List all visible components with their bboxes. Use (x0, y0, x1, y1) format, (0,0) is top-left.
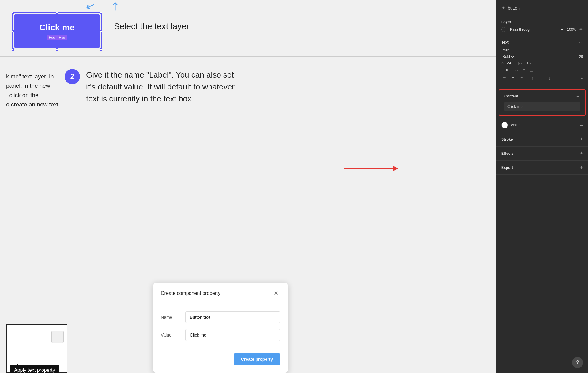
align-bottom-icon[interactable]: ↓ (547, 75, 553, 81)
align-left-icon[interactable]: ≡ (501, 75, 507, 81)
fill-color-swatch[interactable] (501, 122, 508, 128)
help-button[interactable]: ? (572, 357, 583, 368)
tooltip-box: → Apply text property (6, 324, 67, 373)
align-middle-icon[interactable]: ↕ (538, 75, 544, 81)
add-effect-button[interactable]: + (580, 150, 583, 157)
layer-section: Layer → Pass through 100% 👁 (496, 16, 588, 36)
name-field-label: Name (161, 315, 179, 320)
layer-section-icon: → (579, 20, 583, 25)
letter-spacing-value: 0% (526, 61, 531, 65)
value-field-label: Value (161, 333, 179, 337)
add-stroke-button[interactable]: + (580, 136, 583, 143)
align-center-icon[interactable]: ≡ (521, 67, 527, 73)
apply-property-button[interactable]: → (51, 331, 64, 343)
font-name: Inter (501, 48, 583, 52)
letter-spacing-icon: |A| (518, 61, 522, 65)
content-section: Content → (499, 89, 586, 116)
remove-fill-button[interactable]: – (580, 122, 583, 128)
export-section[interactable]: Export + (496, 161, 588, 175)
effects-title: Effects (501, 151, 514, 156)
font-weight-select[interactable]: Bold (501, 54, 515, 59)
modal-close-button[interactable]: ✕ (272, 289, 280, 298)
align-center-h-icon[interactable]: ≡ (510, 75, 516, 81)
content-link-icon[interactable]: → (576, 94, 580, 99)
step-number: 2 (65, 69, 80, 84)
stroke-title: Stroke (501, 137, 513, 142)
create-property-button[interactable]: Create property (234, 353, 280, 365)
create-component-property-modal: Create component property ✕ Name Value (153, 283, 288, 373)
value-input[interactable] (185, 329, 280, 341)
text-section-menu-icon[interactable]: ··· (577, 40, 583, 45)
auto-width-icon[interactable]: ↔ (514, 67, 520, 73)
red-arrow (344, 166, 398, 172)
arrow-up-left-icon: ↗ (84, 0, 97, 14)
panel-header: ✦ button (496, 0, 588, 16)
hug-label: Hug × Hug (47, 35, 68, 40)
apply-text-property-tooltip: Apply text property (10, 365, 59, 373)
frame-icon[interactable]: □ (528, 67, 534, 73)
right-panel: ✦ button Layer → Pass through 100% 👁 Tex… (496, 0, 588, 373)
line-height-icon: A (501, 61, 504, 65)
content-title: Content (504, 94, 518, 98)
opacity-value: 100% (567, 27, 576, 32)
arrow-right-icon: → (55, 334, 60, 340)
fill-section: white – (496, 118, 588, 132)
line-height-value: 24 (507, 61, 511, 65)
layer-section-title: Layer (501, 20, 511, 24)
step-description: Give it the name "Label". You can also s… (86, 69, 239, 109)
blend-mode-select[interactable]: Pass through (509, 27, 564, 32)
name-input[interactable] (185, 311, 280, 323)
text-section-title: Text (501, 40, 509, 44)
text-more-options-icon[interactable]: ··· (579, 76, 583, 81)
blend-mode-circle (501, 27, 506, 32)
paragraph-spacing-value: 0 (506, 68, 508, 72)
font-size-value: 20 (579, 55, 583, 59)
apply-text-property-container: → Apply text property (6, 324, 67, 373)
text-section: Text ··· Inter Bold 20 A 24 |A| 0% ↕ 0 ↔ (496, 36, 588, 87)
button-preview: Click me Hug × Hug (14, 14, 100, 48)
component-icon: ✦ (501, 5, 505, 11)
select-text-label: Select the text layer (114, 12, 189, 31)
effects-section[interactable]: Effects + (496, 147, 588, 161)
canvas-area: ↗ ↗ Click me Hug × Hug Select the text l… (0, 0, 496, 373)
button-preview-text: Click me (39, 23, 74, 32)
content-value-input[interactable] (504, 102, 580, 111)
align-top-icon[interactable]: ↑ (530, 75, 536, 81)
visibility-toggle-icon[interactable]: 👁 (579, 27, 583, 32)
paragraph-spacing-icon: ↕ (501, 68, 503, 72)
add-export-button[interactable]: + (580, 164, 583, 171)
button-preview-container: Click me Hug × Hug (12, 12, 102, 50)
fill-color-name: white (511, 123, 577, 127)
align-right-icon[interactable]: ≡ (518, 75, 525, 81)
step-left-text: k me" text layer. In panel, in the new ,… (6, 69, 58, 109)
stroke-section[interactable]: Stroke + (496, 132, 588, 147)
modal-title: Create component property (161, 291, 221, 296)
component-name: button (508, 6, 520, 10)
export-title: Export (501, 166, 513, 170)
